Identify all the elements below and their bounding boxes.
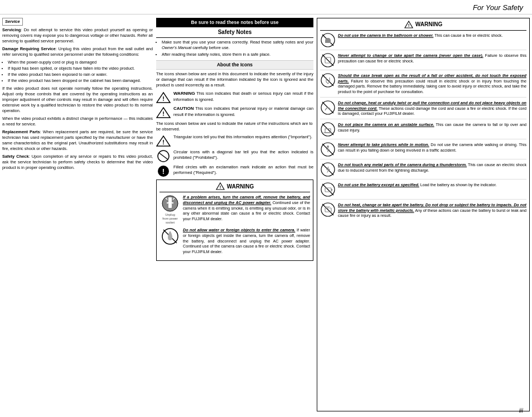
svg-rect-13 <box>168 197 172 203</box>
cord-text: Do not change, heat or unduly twist or p… <box>338 100 526 117</box>
prohibited-row-text: Circular icons with a diagonal bar tell … <box>173 149 313 161</box>
prohibited-circle-icon <box>156 150 171 162</box>
bullet-3: If the video product has been exposed to… <box>8 72 153 77</box>
no-unstable-icon <box>320 122 336 137</box>
caution-badge: CAUTION <box>173 106 194 111</box>
performance-text: When the video product exhibits a distin… <box>2 116 153 127</box>
servicing-label: Servicing <box>2 27 21 32</box>
left-column: Service Servicing: Do not attempt to ser… <box>2 18 153 411</box>
no-thunderstorm-icon <box>320 162 336 177</box>
disassemble-text: Never attempt to change or take apart th… <box>338 53 526 64</box>
warning-badge: WARNING <box>173 91 195 96</box>
about-icons-text: The icons shown below are used in this d… <box>156 71 313 88</box>
damage-para: Damage Requiring Service: Unplug this vi… <box>2 46 153 57</box>
svg-line-7 <box>159 153 168 159</box>
no-bathroom-icon <box>320 33 336 47</box>
nature-text: The icons shown below are used to indica… <box>156 121 313 132</box>
right-item-motion: Never attempt to take pictures while in … <box>320 142 526 159</box>
no-water-warning-text: Do not allow water or foreign objects to… <box>183 227 310 255</box>
svg-line-25 <box>322 55 333 66</box>
svg-text:!: ! <box>219 185 221 190</box>
middle-warning-label: WARNING <box>227 183 254 191</box>
page-header: For Your Safety <box>0 0 532 14</box>
safety-bullet-2: After reading these safety notes, store … <box>162 52 313 57</box>
damage-followup: If the video product does not operate no… <box>2 86 153 114</box>
svg-text:!: ! <box>408 23 409 28</box>
middle-column: Be sure to read these notes before use S… <box>156 18 313 411</box>
safety-notes-list: Make sure that you use your camera corre… <box>162 40 313 57</box>
middle-warning-box: ! WARNING Unplugfrom powersocket <box>156 180 313 260</box>
right-item-unstable: Do not place the camera on an unstable s… <box>320 122 526 139</box>
page-number: iii <box>519 407 523 414</box>
svg-rect-43 <box>331 189 332 191</box>
right-column: ! WARNING Do not use the camera in the b… <box>317 18 530 411</box>
no-disassemble-icon <box>320 53 336 67</box>
unplug-icon <box>161 195 179 212</box>
motion-text: Never attempt to take pictures while in … <box>338 142 526 153</box>
safety-bullet-1: Make sure that you use your camera corre… <box>162 40 313 51</box>
important-icon-row: ! Triangular icons tell you that this in… <box>156 134 313 147</box>
right-item-cord: Do not change, heat or unduly twist or p… <box>320 100 526 119</box>
svg-line-45 <box>322 204 333 215</box>
caution-row-text: CAUTION This icon indicates that persona… <box>173 106 313 118</box>
right-warning-title: ! WARNING <box>320 21 526 31</box>
right-item-battery-specified: Do not use the battery except as specifi… <box>320 182 526 200</box>
safety-notes-header: Safety Notes <box>156 28 313 38</box>
middle-warning-title: ! WARNING <box>159 182 310 192</box>
bathroom-text: Do not use the camera in the bathroom or… <box>338 33 526 38</box>
no-water-icon <box>161 227 179 245</box>
important-triangle-icon: ! <box>156 135 171 147</box>
right-item-thunderstorm: Do not touch any metal parts of the came… <box>320 162 526 180</box>
battery-no-heat-icon <box>320 202 336 217</box>
right-item-disassemble: Never attempt to change or take apart th… <box>320 53 526 70</box>
svg-rect-14 <box>167 202 173 203</box>
bullet-1: When the power-supply cord or plug is da… <box>8 60 153 65</box>
right-item-bathroom: Do not use the camera in the bathroom or… <box>320 33 526 50</box>
svg-line-28 <box>322 75 333 86</box>
touch-internal-text: Should the case break open as the result… <box>338 73 526 95</box>
page-footer: iii <box>519 407 523 414</box>
svg-point-37 <box>327 146 329 148</box>
right-item-battery-heat: Do not heat, change or take apart the ba… <box>320 202 526 221</box>
svg-text:!: ! <box>162 95 165 102</box>
middle-warning-item-2: Do not allow water or foreign objects to… <box>159 227 310 255</box>
safety-check-label: Safety Check <box>2 154 29 159</box>
required-circle-icon: ! <box>156 165 171 177</box>
bullet-4: If the video product has been dropped or… <box>8 78 153 84</box>
required-icon-row: ! Filled circles with an exclamation mar… <box>156 164 313 177</box>
right-warning-triangle-icon: ! <box>404 21 413 28</box>
about-icons-header: About the Icons <box>156 60 313 70</box>
replacement-label: Replacement Parts <box>2 129 40 134</box>
no-water-icon-area <box>159 227 181 245</box>
main-content: Service Servicing: Do not attempt to ser… <box>0 14 532 414</box>
warning-row-text: WARNING This icon indicates that death o… <box>173 91 313 103</box>
unplug-warning-text: If a problem arises, turn the camera off… <box>183 195 310 222</box>
svg-text:!: ! <box>162 139 165 146</box>
replacement-para: Replacement Parts: When replacement part… <box>2 129 153 152</box>
caution-icon-row: ! CAUTION This icon indicates that perso… <box>156 106 313 119</box>
safety-check-para: Safety Check: Upon completion of any ser… <box>2 154 153 171</box>
right-warning-box: ! WARNING Do not use the camera in the b… <box>317 18 530 411</box>
right-item-touch-internal: Should the case break open as the result… <box>320 73 526 98</box>
unplug-icon-area: Unplugfrom powersocket <box>159 195 181 224</box>
servicing-para: Servicing: Do not attempt to service thi… <box>2 27 153 44</box>
svg-text:!: ! <box>162 167 165 176</box>
required-row-text: Filled circles with an exclamation mark … <box>173 164 313 176</box>
unplug-icon-label: Unplugfrom powersocket <box>162 213 178 224</box>
caution-triangle-icon: ! <box>156 106 171 119</box>
warning-triangle-title-icon: ! <box>216 182 225 190</box>
right-warning-label: WARNING <box>415 21 442 28</box>
header-title: For Your Safety <box>473 3 523 12</box>
read-notes-header: Be sure to read these notes before use <box>156 18 313 27</box>
no-cord-icon <box>320 100 336 115</box>
battery-heat-text: Do not heat, change or take apart the ba… <box>338 202 526 219</box>
service-label: Service <box>2 18 23 26</box>
unstable-text: Do not place the camera on an unstable s… <box>338 122 526 133</box>
no-motion-icon <box>320 142 336 157</box>
thunderstorm-text: Do not touch any metal parts of the came… <box>338 162 526 173</box>
prohibited-icon-row: Circular icons with a diagonal bar tell … <box>156 149 313 162</box>
battery-specified-icon <box>320 182 336 197</box>
warning-icon-row: ! WARNING This icon indicates that death… <box>156 91 313 104</box>
bullet-2: If liquid has been spilled, or objects h… <box>8 66 153 71</box>
middle-warning-item-1: Unplugfrom powersocket If a problem aris… <box>159 195 310 224</box>
